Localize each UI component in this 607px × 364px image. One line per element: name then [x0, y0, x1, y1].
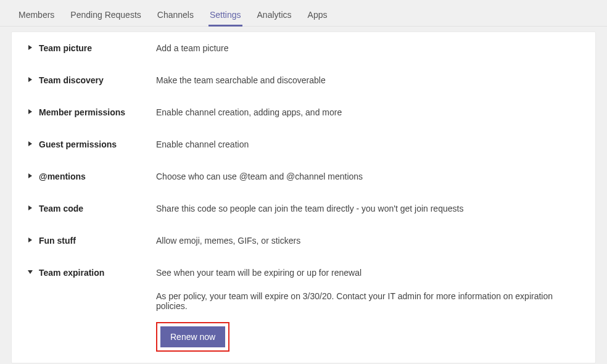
svg-marker-5: [28, 205, 32, 210]
section-team-picture[interactable]: Team picture Add a team picture: [12, 32, 595, 64]
section-team-code[interactable]: Team code Share this code so people can …: [12, 192, 595, 225]
chevron-right-icon: [27, 77, 34, 82]
svg-marker-1: [28, 77, 32, 82]
chevron-right-icon: [27, 238, 34, 242]
section-desc: Enable channel creation: [156, 139, 580, 149]
renew-now-button[interactable]: Renew now: [160, 326, 225, 347]
section-fun-stuff[interactable]: Fun stuff Allow emoji, memes, GIFs, or s…: [12, 225, 595, 257]
tab-channels[interactable]: Channels: [156, 6, 195, 26]
section-desc: See when your team will be expiring or u…: [156, 268, 580, 278]
section-title: Team picture: [39, 43, 92, 53]
tab-members[interactable]: Members: [17, 6, 56, 26]
chevron-down-icon: [27, 270, 34, 275]
tab-apps[interactable]: Apps: [307, 6, 329, 26]
section-desc: Add a team picture: [156, 43, 580, 53]
section-title: Team code: [39, 204, 83, 213]
section-desc: Allow emoji, memes, GIFs, or stickers: [156, 236, 580, 246]
svg-marker-0: [28, 45, 32, 50]
renew-highlight: Renew now: [156, 322, 229, 352]
svg-marker-4: [28, 173, 32, 178]
chevron-right-icon: [27, 173, 34, 178]
section-title: @mentions: [39, 172, 86, 181]
tab-settings[interactable]: Settings: [209, 6, 242, 26]
section-title: Member permissions: [39, 107, 125, 117]
svg-marker-3: [28, 141, 32, 146]
tab-bar: Members Pending Requests Channels Settin…: [0, 0, 607, 27]
settings-panel: Team picture Add a team picture Team dis…: [11, 31, 596, 363]
svg-marker-6: [28, 238, 32, 242]
tab-analytics[interactable]: Analytics: [256, 6, 293, 26]
chevron-right-icon: [27, 45, 34, 50]
section-desc: Enable channel creation, adding apps, an…: [156, 107, 580, 117]
expiration-policy-text: As per policy, your team will expire on …: [156, 291, 580, 311]
section-title: Team discovery: [39, 75, 104, 85]
tab-pending-requests[interactable]: Pending Requests: [69, 6, 142, 26]
section-member-permissions[interactable]: Member permissions Enable channel creati…: [12, 96, 595, 128]
section-team-discovery[interactable]: Team discovery Make the team searchable …: [12, 64, 595, 96]
chevron-right-icon: [27, 141, 34, 146]
section-title: Team expiration: [39, 268, 104, 278]
chevron-right-icon: [27, 205, 34, 210]
section-title: Fun stuff: [39, 236, 76, 246]
section-desc: Choose who can use @team and @channel me…: [156, 172, 580, 181]
section-team-expiration[interactable]: Team expiration See when your team will …: [12, 257, 595, 363]
section-title: Guest permissions: [39, 139, 117, 149]
chevron-right-icon: [27, 109, 34, 114]
svg-marker-2: [28, 109, 32, 114]
section-desc: Make the team searchable and discoverabl…: [156, 75, 580, 85]
section-mentions[interactable]: @mentions Choose who can use @team and @…: [12, 160, 595, 192]
section-desc: Share this code so people can join the t…: [156, 204, 580, 213]
section-guest-permissions[interactable]: Guest permissions Enable channel creatio…: [12, 128, 595, 160]
svg-marker-7: [28, 270, 33, 274]
